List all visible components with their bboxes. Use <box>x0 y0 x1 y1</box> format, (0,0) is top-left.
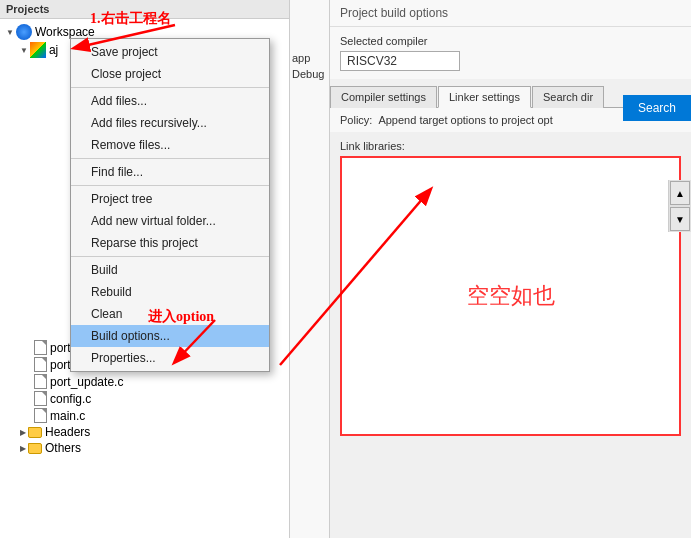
selected-compiler-value: RISCV32 <box>340 51 460 71</box>
headers-expand-arrow: ▶ <box>20 428 26 437</box>
menu-item-close-project[interactable]: Close project <box>71 63 269 85</box>
project-icon <box>30 42 46 58</box>
build-options-title: Project build options <box>330 0 691 27</box>
others-label: Others <box>45 441 81 455</box>
menu-item-rebuild[interactable]: Rebuild <box>71 281 269 303</box>
search-button[interactable]: Search <box>623 95 691 121</box>
list-item[interactable]: port_update.c <box>34 373 285 390</box>
link-libraries-box[interactable]: 空空如也 <box>340 156 681 436</box>
policy-label: Policy: <box>340 114 372 126</box>
workspace-icon <box>16 24 32 40</box>
tab-compiler-settings[interactable]: Compiler settings <box>330 86 437 108</box>
menu-item-add-virtual-folder[interactable]: Add new virtual folder... <box>71 210 269 232</box>
menu-separator-1 <box>71 87 269 88</box>
menu-item-build-options[interactable]: Build options... <box>71 325 269 347</box>
workspace-label: Workspace <box>35 25 95 39</box>
app-label: app <box>290 50 329 66</box>
file-icon <box>34 408 47 423</box>
policy-value: Append target options to project opt <box>378 114 552 126</box>
menu-item-remove-files[interactable]: Remove files... <box>71 134 269 156</box>
project-expand-arrow: ▼ <box>20 46 28 55</box>
menu-item-reparse-project[interactable]: Reparse this project <box>71 232 269 254</box>
middle-panel: app Debug <box>290 0 330 538</box>
menu-separator-3 <box>71 185 269 186</box>
folder-icon <box>28 443 42 454</box>
folder-icon <box>28 427 42 438</box>
menu-item-find-file[interactable]: Find file... <box>71 161 269 183</box>
link-libraries-label: Link libraries: <box>340 140 681 152</box>
right-panel: Project build options Selected compiler … <box>330 0 691 538</box>
menu-item-project-tree[interactable]: Project tree <box>71 188 269 210</box>
menu-separator-2 <box>71 158 269 159</box>
link-libraries-section: Link libraries: 空空如也 <box>340 140 681 530</box>
side-btn-up[interactable]: ▲ <box>670 181 690 205</box>
file-label: config.c <box>50 392 91 406</box>
workspace-expand-arrow: ▼ <box>6 28 14 37</box>
file-icon <box>34 357 47 372</box>
selected-compiler-label: Selected compiler <box>340 35 681 47</box>
side-btn-down[interactable]: ▼ <box>670 207 690 231</box>
debug-label: Debug <box>290 66 329 82</box>
list-item[interactable]: config.c <box>34 390 285 407</box>
main-container: Projects ▼ Workspace ▼ aj port_sd.c <box>0 0 691 538</box>
others-expand-arrow: ▶ <box>20 444 26 453</box>
menu-item-add-files[interactable]: Add files... <box>71 90 269 112</box>
menu-item-add-files-recursively[interactable]: Add files recursively... <box>71 112 269 134</box>
menu-item-properties[interactable]: Properties... <box>71 347 269 369</box>
projects-panel-header: Projects <box>0 0 289 19</box>
headers-folder[interactable]: ▶ Headers <box>4 424 285 440</box>
file-label: port_update.c <box>50 375 123 389</box>
menu-item-save-project[interactable]: Save project <box>71 41 269 63</box>
file-icon <box>34 340 47 355</box>
list-item[interactable]: main.c <box>34 407 285 424</box>
tab-search-dir[interactable]: Search dir <box>532 86 604 108</box>
menu-item-build[interactable]: Build <box>71 259 269 281</box>
menu-item-clean[interactable]: Clean <box>71 303 269 325</box>
file-icon <box>34 374 47 389</box>
context-menu: Save project Close project Add files... … <box>70 38 270 372</box>
side-toolbar: ▲ ▼ <box>668 180 691 232</box>
compiler-section: Selected compiler RISCV32 <box>330 27 691 79</box>
empty-text: 空空如也 <box>467 281 555 311</box>
file-icon <box>34 391 47 406</box>
menu-separator-4 <box>71 256 269 257</box>
headers-label: Headers <box>45 425 90 439</box>
project-label: aj <box>49 43 58 57</box>
others-folder[interactable]: ▶ Others <box>4 440 285 456</box>
file-label: main.c <box>50 409 85 423</box>
tab-linker-settings[interactable]: Linker settings <box>438 86 531 108</box>
